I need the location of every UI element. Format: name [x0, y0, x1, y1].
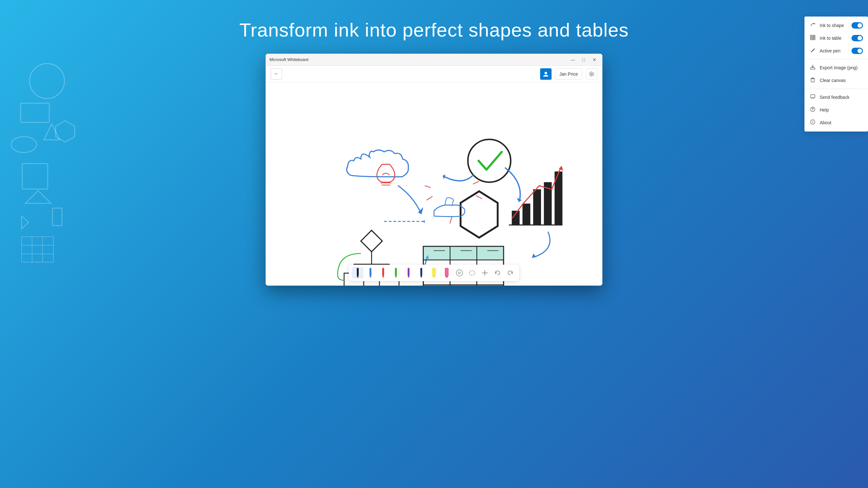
pen-blue-button[interactable]: [365, 267, 376, 279]
pen-green-button[interactable]: [390, 267, 402, 279]
pen-darkblue-button[interactable]: [415, 267, 427, 279]
svg-point-46: [468, 140, 511, 182]
redo-button[interactable]: [504, 267, 516, 279]
lasso-button[interactable]: [466, 267, 478, 279]
svg-marker-101: [445, 276, 448, 278]
svg-rect-86: [357, 268, 359, 276]
svg-rect-7: [53, 208, 62, 225]
svg-rect-96: [420, 268, 422, 276]
pen-pink-button[interactable]: [441, 267, 453, 279]
svg-rect-90: [382, 268, 384, 276]
svg-marker-6: [22, 216, 29, 229]
gear-icon: [589, 71, 594, 77]
svg-line-84: [476, 196, 482, 199]
svg-rect-4: [22, 163, 48, 189]
svg-marker-97: [420, 276, 422, 278]
shapes-button[interactable]: [479, 267, 491, 279]
user-icon-button[interactable]: [540, 68, 552, 80]
back-button[interactable]: ←: [271, 68, 282, 80]
svg-rect-100: [445, 268, 448, 276]
svg-line-83: [473, 181, 479, 184]
whiteboard-canvas: [266, 82, 602, 285]
svg-marker-51: [423, 220, 425, 223]
app-header: ← Jan Price Ink to shape: [266, 66, 602, 82]
settings-button[interactable]: [586, 68, 597, 80]
svg-marker-8: [56, 121, 75, 142]
svg-marker-99: [432, 276, 436, 278]
svg-rect-88: [370, 268, 371, 276]
maximize-button[interactable]: □: [580, 56, 588, 64]
svg-rect-9: [22, 237, 53, 262]
eraser-button[interactable]: [454, 267, 465, 279]
undo-button[interactable]: [492, 267, 503, 279]
minimize-button[interactable]: —: [569, 56, 577, 64]
canvas-area[interactable]: [266, 82, 602, 285]
pen-black-button[interactable]: [352, 267, 364, 279]
svg-point-102: [456, 270, 463, 276]
app-window: Microsoft Whiteboard — □ ✕ ← Jan Price: [266, 54, 602, 285]
svg-rect-55: [533, 189, 541, 225]
svg-marker-5: [25, 191, 51, 203]
svg-rect-74: [424, 247, 450, 260]
svg-marker-49: [461, 191, 498, 238]
bottom-toolbar: [349, 265, 519, 281]
user-name-button[interactable]: Jan Price: [555, 68, 582, 80]
svg-line-82: [427, 196, 432, 200]
svg-rect-1: [21, 103, 49, 122]
svg-rect-92: [395, 268, 397, 276]
title-bar-controls: — □ ✕: [569, 56, 598, 64]
svg-marker-107: [495, 272, 497, 274]
svg-point-0: [30, 64, 64, 98]
svg-rect-54: [522, 204, 530, 225]
svg-point-103: [459, 272, 460, 274]
svg-marker-80: [532, 253, 536, 258]
svg-marker-91: [382, 276, 384, 278]
svg-rect-94: [408, 268, 409, 276]
svg-rect-75: [451, 247, 476, 260]
title-bar: Microsoft Whiteboard — □ ✕: [266, 54, 602, 66]
svg-marker-87: [357, 276, 359, 278]
bar-chart-group: [509, 166, 563, 225]
pen-yellow-button[interactable]: [428, 267, 440, 279]
close-button[interactable]: ✕: [590, 56, 598, 64]
cloud-lightbulb-group: [347, 150, 423, 214]
svg-point-27: [591, 73, 593, 75]
page-title: Transform ink into perfect shapes and ta…: [239, 19, 629, 41]
svg-marker-89: [370, 276, 371, 278]
svg-marker-93: [395, 276, 397, 278]
svg-marker-59: [361, 230, 382, 252]
svg-line-81: [425, 186, 431, 188]
title-bar-text: Microsoft Whiteboard: [270, 57, 569, 62]
svg-rect-98: [432, 268, 436, 276]
user-icon: [542, 71, 549, 77]
pen-purple-button[interactable]: [403, 267, 414, 279]
svg-rect-76: [477, 247, 503, 260]
svg-point-26: [545, 72, 547, 74]
svg-point-104: [469, 271, 475, 275]
pen-red-button[interactable]: [377, 267, 389, 279]
svg-line-85: [450, 217, 452, 223]
svg-marker-2: [44, 124, 60, 140]
svg-point-3: [11, 136, 36, 152]
svg-marker-108: [511, 272, 513, 274]
svg-marker-95: [408, 276, 409, 278]
